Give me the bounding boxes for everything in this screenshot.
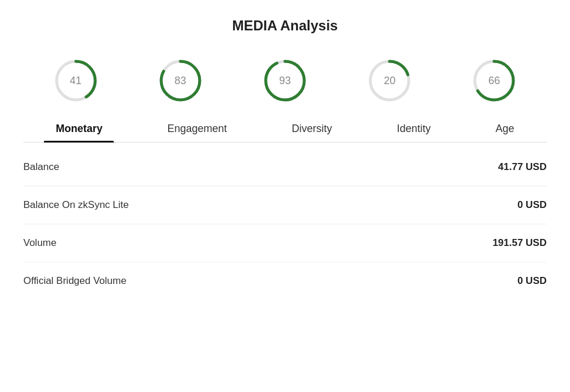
content-section: Balance41.77 USDBalance On zkSync Lite0 … <box>23 148 547 300</box>
gauge-circle-engagement: 83 <box>157 57 204 104</box>
data-row-value: 0 USD <box>517 275 547 287</box>
data-row-label: Official Bridged Volume <box>23 275 126 287</box>
gauge-value-diversity: 93 <box>279 75 291 87</box>
data-row-value: 41.77 USD <box>498 161 547 173</box>
gauge-identity: 20 <box>366 57 413 104</box>
page-title: MEDIA Analysis <box>23 18 547 34</box>
data-row: Balance41.77 USD <box>23 148 547 186</box>
gauges-row: 41 83 93 <box>23 57 547 104</box>
tab-engagement[interactable]: Engagement <box>155 116 238 142</box>
tabs-row[interactable]: MonetaryEngagementDiversityIdentityAge <box>23 116 547 143</box>
gauge-circle-age: 66 <box>471 57 517 104</box>
gauge-engagement: 83 <box>157 57 204 104</box>
data-row: Official Bridged Volume0 USD <box>23 262 547 300</box>
data-row-value: 191.57 USD <box>492 237 547 249</box>
tab-diversity[interactable]: Diversity <box>280 116 343 142</box>
tab-age[interactable]: Age <box>484 116 526 142</box>
gauge-circle-diversity: 93 <box>262 57 308 104</box>
data-row-label: Volume <box>23 237 57 249</box>
tab-identity[interactable]: Identity <box>385 116 442 142</box>
gauge-value-monetary: 41 <box>70 75 82 87</box>
gauge-value-age: 66 <box>488 75 500 87</box>
gauge-circle-monetary: 41 <box>53 57 99 104</box>
data-row: Volume191.57 USD <box>23 224 547 262</box>
data-row: Balance On zkSync Lite0 USD <box>23 186 547 224</box>
data-row-value: 0 USD <box>517 199 547 211</box>
gauge-age: 66 <box>471 57 517 104</box>
data-row-label: Balance <box>23 161 59 173</box>
gauge-monetary: 41 <box>53 57 99 104</box>
data-row-label: Balance On zkSync Lite <box>23 199 128 211</box>
gauge-value-identity: 20 <box>384 75 395 87</box>
gauge-value-engagement: 83 <box>175 75 186 87</box>
gauge-diversity: 93 <box>262 57 308 104</box>
gauge-circle-identity: 20 <box>366 57 413 104</box>
tab-monetary[interactable]: Monetary <box>44 116 114 142</box>
